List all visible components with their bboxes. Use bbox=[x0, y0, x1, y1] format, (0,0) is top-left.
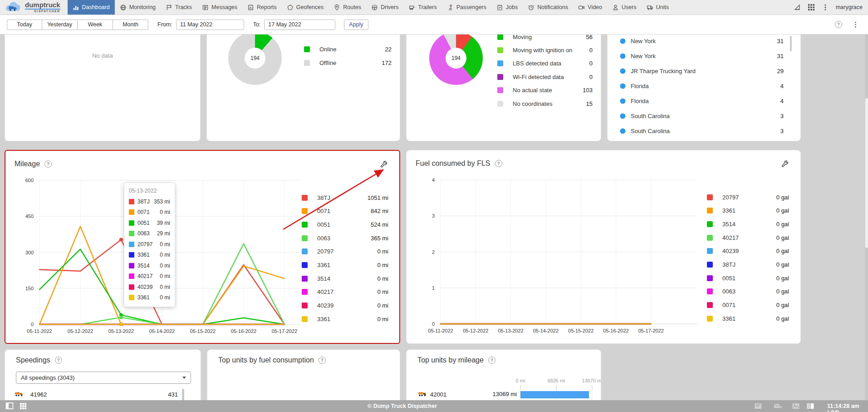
geofence-unit-count: 4 bbox=[780, 83, 784, 89]
nav-item-reports[interactable]: Reports bbox=[242, 0, 282, 15]
week-button[interactable]: Week bbox=[78, 20, 113, 30]
username[interactable]: marygrace bbox=[836, 4, 863, 10]
geofence-name: JR Tharpe Trucking Yard bbox=[631, 68, 696, 74]
legend-color-swatch bbox=[707, 194, 713, 200]
nav-item-passengers[interactable]: Passengers bbox=[442, 0, 491, 15]
geofence-list-item[interactable]: New York31 bbox=[619, 36, 784, 46]
svg-text:05-16-2022: 05-16-2022 bbox=[603, 328, 628, 333]
nav-right-controls: marygrace bbox=[794, 0, 868, 15]
images-icon[interactable] bbox=[792, 402, 800, 410]
legend-label: 0063 bbox=[317, 235, 330, 242]
sidebar-toggle-icon[interactable] bbox=[5, 402, 14, 410]
nav-item-drivers[interactable]: Drivers bbox=[366, 0, 404, 15]
nav-item-tracks[interactable]: Tracks bbox=[161, 0, 197, 15]
legend-row: 0063365 mi bbox=[302, 233, 388, 243]
legend-label: 40239 bbox=[317, 302, 333, 309]
nav-item-geofences[interactable]: Geofences bbox=[282, 0, 329, 15]
apps-grid-icon[interactable] bbox=[808, 4, 815, 11]
nav-item-video[interactable]: Video bbox=[573, 0, 607, 15]
geofence-list-scrollbar[interactable] bbox=[790, 36, 792, 51]
svg-text:05-12-2022: 05-12-2022 bbox=[68, 328, 93, 334]
widget-top-units-by-fuel: Top units by fuel consumption ? bbox=[207, 349, 400, 400]
geofence-list-item[interactable]: New York31 bbox=[619, 51, 784, 61]
nav-item-label: Drivers bbox=[381, 4, 399, 10]
unit-name[interactable]: 41962 bbox=[30, 391, 47, 398]
tooltip-series-name: 0063 bbox=[137, 230, 150, 237]
mileage-legend: 38TJ1051 mi0071842 mi0051524 mi0063365 m… bbox=[302, 151, 388, 343]
legend-label: 0051 bbox=[722, 275, 736, 282]
nav-item-monitoring[interactable]: Monitoring bbox=[115, 0, 161, 15]
console-icon[interactable] bbox=[754, 402, 762, 410]
help-icon[interactable]: ? bbox=[835, 21, 842, 28]
svg-text:4: 4 bbox=[432, 177, 435, 183]
yesterday-button[interactable]: Yesterday bbox=[42, 20, 78, 30]
legend-row: Offline172 bbox=[304, 58, 392, 67]
page-scrollbar[interactable] bbox=[865, 35, 868, 400]
to-date-input[interactable] bbox=[264, 20, 335, 30]
unit-state-donut-chart[interactable]: 194 bbox=[429, 35, 483, 85]
speedings-filter-dropdown[interactable]: All speedings (3043) bbox=[16, 372, 191, 384]
legend-label: 3361 bbox=[317, 262, 330, 268]
tooltip-row: 33610 mi bbox=[129, 252, 170, 258]
geofence-name: Florida bbox=[631, 83, 649, 89]
drivers-icon bbox=[371, 4, 378, 11]
legend-row: Moving with ignition on0 bbox=[497, 45, 593, 55]
geofence-list-item[interactable]: South Carolina3 bbox=[619, 126, 784, 136]
geofence-list-item[interactable]: Florida4 bbox=[619, 96, 784, 106]
tooltip-series-name: 3514 bbox=[137, 263, 150, 269]
nav-item-label: Units bbox=[656, 4, 669, 10]
grid-view-icon[interactable] bbox=[19, 402, 27, 410]
nav-item-routes[interactable]: Routes bbox=[329, 0, 366, 15]
tooltip-rows: 38TJ353 mi00710 mi005139 mi006329 mi2079… bbox=[129, 199, 170, 301]
nav-item-label: Reports bbox=[257, 4, 277, 10]
from-date-input[interactable] bbox=[176, 20, 244, 30]
ruler-icon[interactable] bbox=[794, 4, 801, 11]
nav-item-messages[interactable]: Messages bbox=[197, 0, 242, 15]
legend-color-swatch bbox=[302, 195, 308, 201]
nav-item-label: Tracks bbox=[175, 4, 192, 10]
month-button[interactable]: Month bbox=[113, 20, 148, 30]
help-icon[interactable]: ? bbox=[319, 357, 326, 364]
more-menu-icon[interactable] bbox=[822, 4, 829, 11]
nav-item-users[interactable]: Users bbox=[607, 0, 642, 15]
send-message-icon[interactable] bbox=[774, 402, 782, 410]
online-offline-donut-chart[interactable]: 194 bbox=[228, 35, 282, 85]
legend-value: 22 bbox=[385, 46, 392, 53]
svg-text:05-11-2022: 05-11-2022 bbox=[27, 328, 52, 334]
geofence-list-item[interactable]: Florida4 bbox=[619, 81, 784, 91]
page-scrollbar-thumb[interactable] bbox=[865, 98, 868, 248]
legend-value: 0 gal bbox=[776, 288, 789, 295]
no-data-message: No data bbox=[5, 52, 200, 59]
legend-color-swatch bbox=[497, 60, 503, 66]
nav-item-dashboard[interactable]: Dashboard bbox=[68, 0, 115, 15]
legend-row: 35140 mi bbox=[302, 274, 388, 283]
geofence-list-item[interactable]: South Carolina3 bbox=[619, 111, 784, 121]
help-icon[interactable]: ? bbox=[55, 357, 62, 364]
speedings-scrollbar[interactable] bbox=[182, 389, 184, 400]
reports-icon bbox=[247, 4, 254, 11]
apply-button[interactable]: Apply bbox=[344, 20, 368, 30]
legend-value: 0 mi bbox=[377, 275, 388, 282]
nav-item-trailers[interactable]: Trailers bbox=[404, 0, 442, 15]
unit-name[interactable]: 42001 bbox=[430, 391, 446, 398]
nav-item-label: Jobs bbox=[506, 4, 518, 10]
nav-item-notifications[interactable]: Notifications bbox=[523, 0, 573, 15]
geofence-name: New York bbox=[631, 38, 656, 45]
legend-value: 0 gal bbox=[776, 207, 789, 214]
app-logo[interactable]: dumptruck DISPATCHER bbox=[0, 0, 68, 15]
more-options-icon[interactable]: ⋮ bbox=[852, 21, 859, 28]
legend-value: 842 mi bbox=[371, 208, 388, 214]
nav-item-jobs[interactable]: Jobs bbox=[491, 0, 523, 15]
widget-title: Top units by fuel consumption bbox=[218, 356, 314, 364]
legend-row: 0051524 mi bbox=[302, 220, 388, 229]
legend-value: 0 gal bbox=[776, 261, 789, 268]
jobs-icon bbox=[496, 4, 503, 11]
geofence-list-item[interactable]: JR Tharpe Trucking Yard29 bbox=[619, 66, 784, 76]
nav-item-units[interactable]: Units bbox=[642, 0, 674, 15]
today-button[interactable]: Today bbox=[7, 20, 42, 30]
main-menu: DashboardMonitoringTracksMessagesReports… bbox=[68, 0, 674, 15]
legend-color-swatch bbox=[707, 275, 713, 281]
legend-label: LBS detected data bbox=[513, 60, 561, 67]
top-navigation-bar: dumptruck DISPATCHER DashboardMonitoring… bbox=[0, 0, 868, 15]
split-view-icon[interactable] bbox=[806, 402, 814, 410]
